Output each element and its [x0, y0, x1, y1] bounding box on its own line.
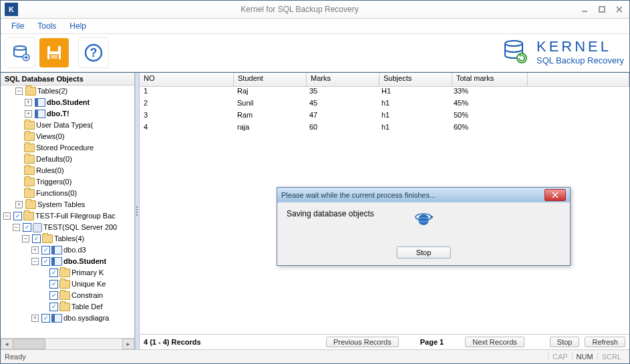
tree-node-sysdiagra[interactable]: +✓dbo.sysdiagra: [31, 313, 134, 324]
col-no[interactable]: NO: [140, 73, 234, 86]
grid-header: NO Student Marks Subjects Total marks: [140, 73, 629, 87]
cell-subjects: h1: [377, 111, 450, 123]
add-database-button[interactable]: [5, 37, 35, 68]
app-icon: K: [5, 3, 18, 16]
brand-logo: KERNEL SQL Backup Recovery: [502, 37, 624, 66]
scroll-thumb[interactable]: [13, 339, 45, 349]
tree-node-test-server[interactable]: −✓TEST(SQL Server 200: [13, 222, 134, 233]
status-ready: Ready: [5, 353, 26, 361]
database-recovery-icon: [502, 37, 531, 66]
splitter[interactable]: [135, 73, 140, 349]
tree-node-dbo-student[interactable]: +dbo.Student: [25, 97, 134, 108]
cell-total: 33%: [450, 87, 524, 99]
cell-marks: 60: [305, 123, 377, 135]
scroll-left-icon[interactable]: ◄: [1, 339, 13, 349]
tree-node-unique-key[interactable]: ✓Unique Ke: [41, 279, 134, 290]
cell-student: Sunil: [233, 99, 305, 111]
toolbar: ? KERNEL SQL Backup Recovery: [1, 34, 629, 72]
tree-node-tables4[interactable]: −✓Tables(4): [22, 233, 134, 244]
window-title: Kernel for SQL Backup Recovery: [22, 5, 577, 14]
menubar: File Tools Help: [1, 19, 629, 34]
object-tree[interactable]: −Tables(2) +dbo.Student +dbo.T! User Dat…: [1, 85, 134, 338]
tree-node-test-full[interactable]: −✓TEST-Full Filegroup Bac: [3, 210, 134, 222]
refresh-button[interactable]: Refresh: [585, 337, 625, 347]
tree-node-dbo-t1[interactable]: +dbo.T!: [25, 108, 134, 120]
tree-node-constraint[interactable]: ✓Constrain: [41, 290, 134, 301]
svg-point-16: [505, 41, 522, 46]
cell-total: 60%: [450, 123, 524, 135]
progress-dialog: Please wait while the current process fi…: [277, 187, 571, 266]
col-blank: [528, 73, 629, 86]
scroll-right-icon[interactable]: ►: [122, 339, 134, 349]
dialog-message: Saving database objects: [287, 209, 374, 218]
footer-stop-button[interactable]: Stop: [550, 337, 580, 347]
svg-rect-9: [50, 46, 58, 51]
cell-subjects: h1: [377, 123, 450, 135]
svg-rect-1: [599, 7, 605, 12]
table-row[interactable]: 1Raj35H133%: [140, 87, 629, 99]
tree-node-triggers[interactable]: Triggers(0): [15, 176, 134, 188]
menu-help[interactable]: Help: [63, 20, 93, 32]
cell-total: 45%: [450, 99, 524, 111]
menu-tools[interactable]: Tools: [31, 20, 63, 32]
cell-student: raja: [233, 123, 305, 135]
tree-title: SQL Database Objects: [1, 73, 134, 85]
tree-node-primary-key[interactable]: ✓Primary K: [41, 267, 134, 279]
cell-student: Raj: [233, 87, 305, 99]
close-icon: [551, 192, 559, 198]
tree-node-udt[interactable]: User Data Types(: [15, 120, 134, 131]
cell-marks: 45: [305, 99, 377, 111]
cell-no: 1: [140, 87, 233, 99]
titlebar: K Kernel for SQL Backup Recovery: [1, 1, 629, 19]
tree-node-functions[interactable]: Functions(0): [15, 188, 134, 199]
cell-total: 50%: [450, 111, 524, 123]
tree-node-rules[interactable]: Rules(0): [15, 165, 134, 176]
minimize-button[interactable]: [577, 3, 592, 15]
cell-subjects: H1: [377, 87, 450, 99]
save-button[interactable]: [39, 38, 69, 67]
help-icon: ?: [84, 43, 104, 63]
previous-records-button[interactable]: Previous Records: [326, 337, 399, 347]
svg-point-23: [430, 216, 433, 218]
col-marks[interactable]: Marks: [307, 73, 379, 86]
help-button[interactable]: ?: [78, 37, 109, 68]
tree-node-tables[interactable]: −Tables(2): [15, 85, 134, 97]
status-cap: CAP: [548, 353, 572, 361]
tree-h-scrollbar[interactable]: ◄ ►: [1, 338, 134, 349]
close-button[interactable]: [612, 3, 627, 15]
cell-subjects: h1: [377, 99, 450, 111]
table-row[interactable]: 2Sunil45h145%: [140, 99, 629, 111]
dialog-titlebar[interactable]: Please wait while the current process fi…: [277, 188, 570, 202]
cell-no: 2: [140, 99, 233, 111]
dialog-close-button[interactable]: [544, 189, 566, 201]
brand-subtitle: SQL Backup Recovery: [536, 55, 624, 65]
grid-footer: 4 (1 - 4) Records Previous Records Page …: [140, 334, 629, 349]
menu-file[interactable]: File: [5, 20, 31, 32]
next-records-button[interactable]: Next Records: [465, 337, 524, 347]
tree-node-dbo-d3[interactable]: +✓dbo.d3: [31, 244, 134, 256]
page-indicator: Page 1: [420, 338, 444, 346]
maximize-button[interactable]: [595, 3, 609, 15]
tree-node-stored-procs[interactable]: Stored Procedure: [15, 142, 134, 154]
table-row[interactable]: 3Ram47h150%: [140, 111, 629, 123]
tree-node-dbo-student-2[interactable]: −✓dbo.Student: [31, 256, 134, 267]
status-scrl: SCRL: [597, 353, 625, 361]
status-bar: Ready CAP NUM SCRL: [1, 349, 629, 363]
tree-node-defaults[interactable]: Defaults(0): [15, 154, 134, 165]
cell-marks: 47: [305, 111, 377, 123]
svg-point-4: [14, 46, 26, 50]
dialog-stop-button[interactable]: Stop: [397, 246, 451, 258]
cell-no: 4: [140, 123, 233, 135]
tree-node-views[interactable]: Views(0): [15, 131, 134, 142]
dialog-title: Please wait while the current process fi…: [281, 191, 436, 199]
status-num: NUM: [572, 353, 597, 361]
database-add-icon: [10, 43, 30, 63]
cell-no: 3: [140, 111, 233, 123]
table-row[interactable]: 4raja60h160%: [140, 123, 629, 135]
col-total[interactable]: Total marks: [452, 73, 528, 86]
tree-node-system-tables[interactable]: +System Tables: [15, 199, 134, 210]
save-icon: [45, 43, 63, 62]
tree-node-table-def[interactable]: ✓Table Def: [41, 301, 134, 313]
col-student[interactable]: Student: [234, 73, 307, 86]
col-subjects[interactable]: Subjects: [379, 73, 452, 86]
